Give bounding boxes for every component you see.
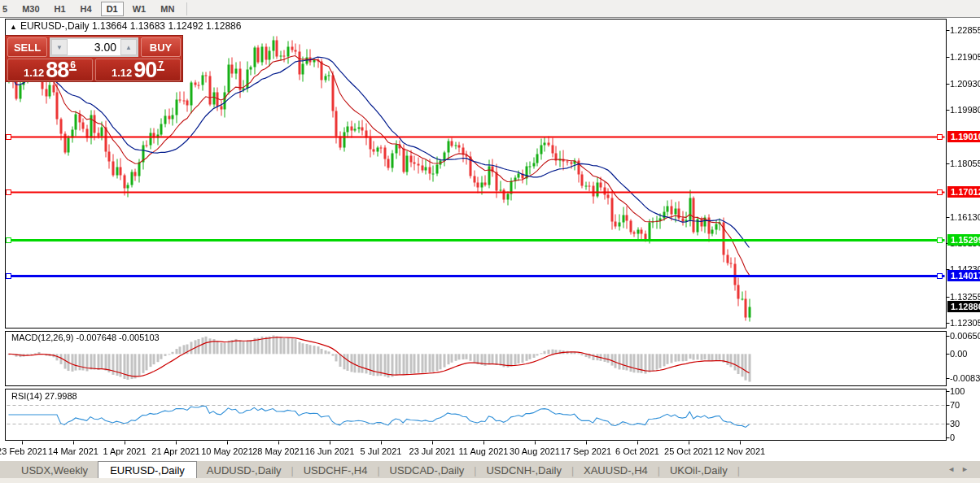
volume-input[interactable]: 3.00 <box>68 39 120 55</box>
rsi-label: RSI(14) 27.9988 <box>11 391 77 401</box>
status-strip <box>0 478 980 483</box>
macd-axis-label: 0.006503 <box>950 331 980 341</box>
rsi-axis-label: 100 <box>950 386 965 396</box>
timeframe-button-mn[interactable]: MN <box>155 2 180 15</box>
sell-price-quote[interactable]: 1.12 88 6 <box>7 59 93 81</box>
date-tick-label: 12 Nov 2021 <box>715 446 765 456</box>
date-tick-label: 30 Aug 2021 <box>510 446 560 456</box>
date-tick-label: 28 May 2021 <box>252 446 304 456</box>
price-tick-label: 1.21905 <box>950 52 980 62</box>
price-tick-label: 1.12305 <box>950 318 980 328</box>
tab-scroll-right-icon[interactable]: ► <box>961 465 975 473</box>
price-tick-label: 1.19980 <box>950 105 980 115</box>
date-tick-label: 21 Apr 2021 <box>151 446 199 456</box>
macd-axis-label: 0.00 <box>950 349 967 359</box>
hline-price-badge: 1.19010 <box>947 131 980 142</box>
rsi-axis-label: 70 <box>950 400 960 410</box>
chart-ohlc-values: 1.13664 1.13683 1.12492 1.12886 <box>92 20 242 32</box>
tab-xauusd-h4[interactable]: XAUUSD-,H4 <box>574 462 658 479</box>
price-tick-label: 1.16130 <box>950 212 980 222</box>
sell-price-pips: 88 <box>46 60 68 80</box>
date-tick-label: 5 Jul 2021 <box>361 446 402 456</box>
timeframe-button-w1[interactable]: W1 <box>127 2 152 15</box>
sell-price-base: 1.12 <box>24 66 44 80</box>
volume-spinner: ▼ 3.00 ▲ <box>50 37 138 57</box>
date-tick-label: 14 Mar 2021 <box>48 446 98 456</box>
volume-increase-icon[interactable]: ▲ <box>120 39 137 55</box>
buy-price-point: 7 <box>157 61 164 71</box>
timeframe-button-d1[interactable]: D1 <box>101 2 124 16</box>
date-tick-label: 16 Jun 2021 <box>305 446 355 456</box>
one-click-trade-panel: SELL ▼ 3.00 ▲ BUY 1.12 88 6 1.12 90 7 <box>5 35 183 82</box>
sell-price-point: 6 <box>69 61 77 71</box>
tab-audusd-daily[interactable]: AUDUSD-,Daily <box>197 462 291 479</box>
hline-price-badge: 1.14017 <box>947 270 980 281</box>
timeframe-button-h1[interactable]: H1 <box>49 2 72 15</box>
price-tick-label: 1.20930 <box>950 79 980 89</box>
tab-usdcnh-daily[interactable]: USDCNH-,Daily <box>476 462 571 479</box>
tab-scroll-arrows[interactable]: ◄► <box>947 465 975 473</box>
volume-decrease-icon[interactable]: ▼ <box>51 39 68 55</box>
date-tick-label: 17 Sep 2021 <box>561 446 611 456</box>
sell-button[interactable]: SELL <box>7 37 47 57</box>
date-tick-label: 23 Jul 2021 <box>409 446 456 456</box>
price-tick-label: 1.22855 <box>950 25 980 35</box>
buy-price-quote[interactable]: 1.12 90 7 <box>95 59 181 81</box>
timeframe-button-5[interactable]: 5 <box>0 2 13 15</box>
date-tick-label: 25 Oct 2021 <box>664 446 713 456</box>
timeframe-button-h4[interactable]: H4 <box>75 2 98 15</box>
chart-symbol-label: EURUSD-,Daily <box>20 20 90 32</box>
chart-title: ▲EURUSD-,Daily 1.13664 1.13683 1.12492 1… <box>10 20 241 32</box>
rsi-axis-label: 0 <box>950 433 955 442</box>
hline-price-badge: 1.15299 <box>947 234 980 246</box>
tab-ukoil-daily[interactable]: UKOil-,Daily <box>660 462 737 479</box>
price-tick-label: 1.13255 <box>950 292 980 302</box>
timeframe-toolbar: 5M30H1H4D1W1MN <box>0 0 980 18</box>
collapse-icon[interactable]: ▲ <box>10 23 17 31</box>
tab-usdchf-h4[interactable]: USDCHF-,H4 <box>294 462 378 479</box>
price-tick-label: 1.18055 <box>950 159 980 168</box>
hline-price-badge: 1.17012 <box>947 186 980 198</box>
buy-button[interactable]: BUY <box>141 37 181 57</box>
tab-scroll-left-icon[interactable]: ◄ <box>947 465 961 473</box>
macd-label: MACD(12,26,9) -0.007648 -0.005103 <box>11 333 160 342</box>
mt4-chart-window: 5M30H1H4D1W1MN ▲EURUSD-,Daily 1.13664 1.… <box>0 0 980 483</box>
macd-axis-label: -0.00832 <box>950 373 980 383</box>
tab-separator-icon: | <box>737 465 740 479</box>
date-tick-label: 10 May 2021 <box>201 446 253 456</box>
date-tick-label: 23 Feb 2021 <box>0 446 47 456</box>
toolbar-separator <box>186 2 187 15</box>
tab-usdx-weekly[interactable]: USDX,Weekly <box>11 462 98 479</box>
timeframe-button-m30[interactable]: M30 <box>16 2 45 15</box>
current-price-badge: 1.12886 <box>947 301 980 312</box>
date-tick-label: 6 Oct 2021 <box>615 446 659 456</box>
rsi-axis-label: 30 <box>950 419 960 429</box>
date-tick-label: 11 Aug 2021 <box>459 446 509 456</box>
date-tick-label: 1 Apr 2021 <box>103 446 146 456</box>
buy-price-base: 1.12 <box>112 66 132 80</box>
buy-price-pips: 90 <box>133 60 156 80</box>
chart-tab-bar: USDX,WeeklyEURUSD-,DailyAUDUSD-,Daily|US… <box>0 460 980 479</box>
tab-usdcad-daily[interactable]: USDCAD-,Daily <box>380 462 475 479</box>
tab-eurusd-daily[interactable]: EURUSD-,Daily <box>98 461 197 480</box>
